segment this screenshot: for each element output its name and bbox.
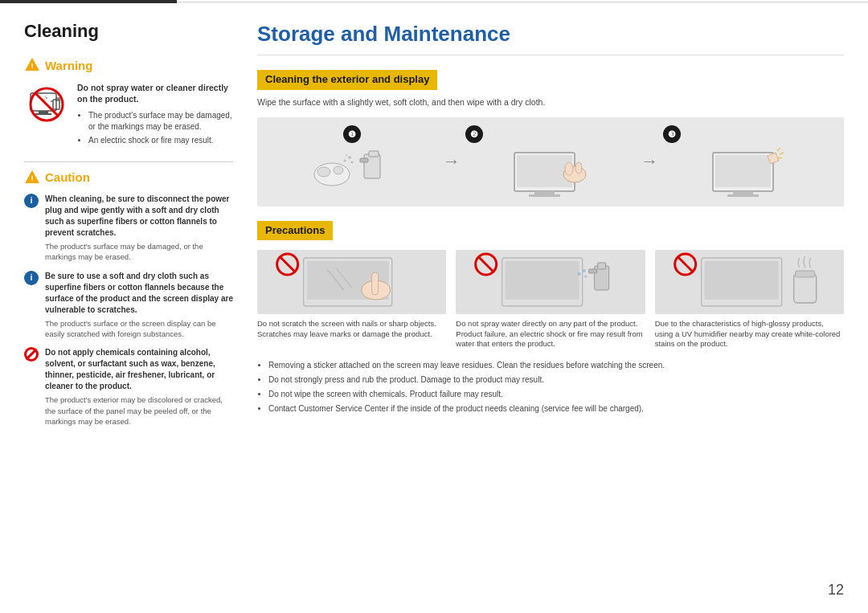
- no-icon-3: [24, 347, 39, 362]
- no-spray-svg: [24, 82, 69, 127]
- svg-point-18: [348, 156, 351, 159]
- svg-rect-51: [506, 261, 579, 300]
- info-icon-1: i: [24, 194, 39, 208]
- svg-rect-35: [727, 194, 759, 197]
- precaution-3: Due to the characteristics of high-gloss…: [655, 250, 844, 349]
- precaution-bullet-3: Do not wipe the screen with chemicals. P…: [268, 389, 844, 400]
- svg-text:!: !: [31, 62, 33, 70]
- step-arrow-2: →: [641, 149, 658, 174]
- svg-point-23: [317, 167, 330, 177]
- steps-row: ❶: [257, 117, 844, 206]
- right-title: Storage and Maintenance: [257, 19, 844, 55]
- step-2-number: ❷: [465, 125, 483, 143]
- svg-rect-34: [733, 191, 753, 194]
- svg-rect-3: [39, 111, 48, 113]
- caution-item-2: i Be sure to use a soft and dry cloth su…: [24, 271, 233, 340]
- svg-rect-63: [795, 271, 814, 277]
- precaution-bullet-2: Do not strongly press and rub the produc…: [268, 374, 844, 386]
- left-column: Cleaning ! Warning: [24, 19, 233, 597]
- caution-2-main: Be sure to use a soft and dry cloth such…: [45, 271, 233, 316]
- step-1-number: ❶: [343, 125, 361, 143]
- left-title: Cleaning: [24, 19, 233, 44]
- content-area: Cleaning ! Warning: [0, 3, 868, 613]
- step-1-header: ❶: [343, 125, 361, 143]
- svg-rect-17: [360, 158, 368, 162]
- precaution-1: Do not scratch the screen with nails or …: [257, 250, 446, 349]
- step-2: ❷: [465, 125, 637, 198]
- svg-text:!: !: [31, 174, 33, 182]
- page: Cleaning ! Warning: [0, 0, 868, 613]
- caution-icon: !: [24, 170, 40, 186]
- precaution-2-svg: [456, 250, 645, 314]
- caution-3-main: Do not apply chemicals containing alcoho…: [45, 347, 233, 392]
- warning-main-text: Do not spray water or cleaner directly o…: [77, 82, 233, 105]
- precaution-1-image: [257, 250, 446, 314]
- warning-icon: !: [24, 57, 40, 73]
- svg-point-10: [44, 96, 45, 96]
- warning-bullet-2: An electric shock or fire may result.: [88, 135, 233, 146]
- caution-3-sub: The product's exterior may be discolored…: [45, 394, 233, 427]
- svg-rect-27: [534, 191, 555, 194]
- precautions-images: Do not scratch the screen with nails or …: [257, 250, 844, 349]
- svg-point-57: [584, 276, 587, 278]
- svg-point-24: [334, 166, 343, 174]
- warning-block: ! Warning: [24, 57, 233, 149]
- precaution-2-image: [456, 250, 645, 314]
- caution-item-3-text: Do not apply chemicals containing alcoho…: [45, 347, 233, 427]
- caution-block: ! Caution i When cleaning, be sure to di…: [24, 169, 233, 427]
- cleaning-exterior-section: Cleaning the exterior and display Wipe t…: [257, 70, 844, 206]
- precaution-2-caption: Do not spray water directly on any part …: [456, 319, 645, 349]
- precaution-3-caption: Due to the characteristics of high-gloss…: [655, 319, 844, 349]
- cleaning-exterior-desc: Wipe the surface with a slightly wet, so…: [257, 96, 844, 108]
- caution-2-sub: The product's surface or the screen disp…: [45, 318, 233, 340]
- precaution-3-image: [655, 250, 844, 314]
- svg-rect-61: [704, 261, 778, 300]
- precaution-bullet-4: Contact Customer Service Center if the i…: [268, 403, 844, 415]
- svg-point-19: [344, 160, 346, 162]
- precaution-1-svg: [257, 250, 446, 314]
- divider: [24, 161, 233, 162]
- svg-rect-45: [372, 272, 379, 295]
- svg-point-56: [578, 272, 581, 276]
- svg-line-41: [280, 256, 296, 272]
- svg-line-59: [677, 256, 693, 272]
- svg-point-31: [575, 162, 582, 174]
- svg-line-37: [777, 148, 780, 151]
- warning-bullets: The product's surface may be damaged, or…: [77, 110, 233, 146]
- precaution-1-caption: Do not scratch the screen with nails or …: [257, 319, 446, 339]
- svg-point-21: [346, 154, 347, 156]
- precautions-label: Precautions: [257, 221, 333, 240]
- right-column: Storage and Maintenance Cleaning the ext…: [257, 19, 844, 597]
- cleaning-exterior-label: Cleaning the exterior and display: [257, 70, 437, 89]
- svg-line-49: [478, 256, 494, 272]
- no-spray-illustration: [24, 82, 69, 127]
- precautions-bullets: Removing a sticker attached on the scree…: [257, 360, 844, 415]
- caution-item-2-text: Be sure to use a soft and dry cloth such…: [45, 271, 233, 340]
- svg-rect-62: [793, 274, 816, 303]
- step-3: ❸: [663, 125, 834, 198]
- svg-line-39: [778, 157, 782, 158]
- step-3-number: ❸: [663, 125, 681, 143]
- svg-point-8: [46, 97, 47, 99]
- step-arrow-1: →: [443, 149, 461, 174]
- svg-rect-54: [589, 269, 597, 273]
- warning-bullet-1: The product's surface may be damaged, or…: [88, 110, 233, 133]
- step-1: ❶: [267, 125, 438, 198]
- precaution-2: Do not spray water directly on any part …: [456, 250, 645, 349]
- svg-rect-33: [715, 155, 771, 187]
- caution-item-1-text: When cleaning, be sure to disconnect the…: [45, 194, 233, 263]
- precaution-bullet-1: Removing a sticker attached on the scree…: [268, 360, 844, 371]
- step-2-image: [506, 146, 595, 198]
- top-rule-light: [177, 2, 868, 2]
- page-number: 12: [828, 580, 844, 600]
- svg-rect-4: [35, 113, 51, 115]
- warning-label: ! Warning: [24, 57, 233, 74]
- warning-content: Do not spray water or cleaner directly o…: [24, 82, 233, 149]
- svg-point-30: [565, 162, 573, 175]
- info-icon-2: i: [24, 271, 39, 285]
- caution-1-main: When cleaning, be sure to disconnect the…: [45, 194, 233, 239]
- caution-label: ! Caution: [24, 169, 233, 186]
- precaution-3-svg: [655, 250, 844, 314]
- svg-point-20: [351, 161, 354, 164]
- svg-rect-16: [369, 151, 379, 157]
